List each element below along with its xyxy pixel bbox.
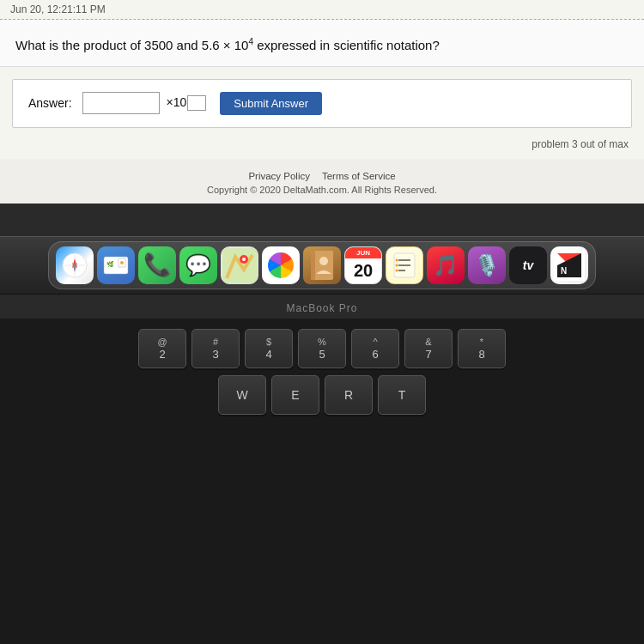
terms-of-service-link[interactable]: Terms of Service — [322, 171, 396, 181]
keyboard-area: @ 2 # 3 $ 4 % 5 ^ 6 & 7 * 8 W — [0, 319, 644, 415]
key-bottom-num: 6 — [372, 349, 378, 360]
dock-icon-tv[interactable]: tv — [509, 246, 547, 284]
problem-count: problem 3 out of max — [0, 135, 644, 159]
key-top-symbol: ^ — [373, 337, 377, 347]
svg-rect-13 — [311, 251, 315, 280]
calendar-date: 20 — [354, 258, 373, 283]
dock-icon-reminders[interactable] — [386, 246, 423, 284]
key-letter-w: W — [236, 388, 247, 402]
key-bottom-num: 8 — [478, 349, 484, 360]
key-e[interactable]: E — [271, 375, 319, 415]
dock-icon-messages[interactable]: 💬 — [179, 246, 217, 284]
keyboard-row-numbers: @ 2 # 3 $ 4 % 5 ^ 6 & 7 * 8 — [17, 329, 627, 368]
key-bottom-num: 5 — [319, 349, 325, 360]
submit-answer-button[interactable]: Submit Answer — [220, 92, 322, 115]
times-label-text: ×10 — [167, 95, 187, 109]
dock-icon-calendar[interactable]: JUN 20 — [344, 246, 382, 284]
key-bottom-num: 3 — [212, 349, 218, 360]
key-dollar-4[interactable]: $ 4 — [245, 329, 293, 368]
svg-text:🌿: 🌿 — [106, 260, 114, 268]
footer-links: Privacy Policy Terms of Service — [0, 171, 644, 181]
svg-point-11 — [242, 258, 246, 261]
photos-ring-icon — [268, 252, 294, 278]
key-percent-5[interactable]: % 5 — [298, 329, 346, 368]
svg-point-14 — [319, 257, 328, 265]
key-top-symbol: $ — [266, 337, 271, 347]
keyboard-row-letters: W E R T — [17, 375, 627, 415]
calendar-month: JUN — [345, 247, 381, 258]
svg-point-21 — [396, 269, 398, 271]
dock-icon-news[interactable]: N — [550, 246, 588, 284]
dock-icon-mail[interactable]: 🌿 — [97, 246, 135, 284]
key-at-2[interactable]: @ 2 — [138, 329, 186, 368]
timestamp-bar: Jun 20, 12:21:11 PM — [0, 0, 644, 20]
key-letter-e: E — [291, 388, 299, 402]
key-top-symbol: % — [318, 337, 326, 347]
answer-input[interactable] — [82, 92, 160, 114]
key-top-symbol: * — [480, 337, 483, 347]
svg-text:N: N — [561, 266, 567, 276]
key-bottom-num: 2 — [159, 349, 165, 360]
key-top-symbol: @ — [157, 337, 167, 347]
svg-point-20 — [396, 264, 398, 266]
svg-point-8 — [120, 261, 124, 264]
website-area: Jun 20, 12:21:11 PM What is the product … — [0, 0, 644, 204]
key-r[interactable]: R — [325, 375, 373, 415]
privacy-policy-link[interactable]: Privacy Policy — [248, 171, 310, 181]
dock-icon-safari[interactable] — [56, 246, 94, 284]
timestamp: Jun 20, 12:21:11 PM — [10, 3, 106, 15]
dock-icon-music[interactable]: 🎵 — [427, 246, 465, 284]
key-letter-t: T — [398, 388, 406, 402]
times-ten-label: ×10 — [167, 95, 207, 111]
dark-background — [0, 204, 644, 236]
dock-icon-contacts[interactable] — [303, 246, 341, 284]
question-text-part2: expressed in scientific notation? — [253, 38, 440, 52]
key-top-symbol: # — [213, 337, 218, 347]
question-section: What is the product of 3500 and 5.6 × 10… — [0, 20, 644, 67]
key-t[interactable]: T — [378, 375, 426, 415]
dock-icon-podcasts[interactable]: 🎙️ — [468, 246, 506, 284]
dock-icon-photos[interactable] — [262, 246, 300, 284]
dock-icon-phone[interactable]: 📞 — [138, 246, 176, 284]
dock: 🌿 📞 💬 — [48, 241, 596, 289]
question-text: What is the product of 3500 and 5.6 × 10… — [15, 35, 629, 56]
key-caret-6[interactable]: ^ 6 — [351, 329, 399, 368]
macbook-label: MacBook Pro — [286, 302, 357, 314]
key-bottom-num: 4 — [265, 349, 271, 360]
macbook-label-area: MacBook Pro — [0, 295, 644, 319]
answer-label: Answer: — [28, 96, 72, 110]
key-bottom-num: 7 — [425, 349, 431, 360]
exponent-input-box[interactable] — [187, 95, 206, 111]
key-w[interactable]: W — [218, 375, 266, 415]
question-text-part1: What is the product of 3500 and 5.6 × 10 — [15, 38, 248, 52]
site-footer: Privacy Policy Terms of Service Copyrigh… — [0, 159, 644, 204]
footer-copyright: Copyright © 2020 DeltaMath.com. All Righ… — [0, 185, 644, 195]
key-top-symbol: & — [425, 337, 431, 347]
dock-area: 🌿 📞 💬 — [0, 236, 644, 295]
key-amp-7[interactable]: & 7 — [404, 329, 453, 368]
svg-point-19 — [396, 258, 398, 261]
answer-section: Answer: ×10 Submit Answer — [12, 79, 632, 128]
key-star-8[interactable]: * 8 — [458, 329, 506, 368]
key-letter-r: R — [344, 388, 353, 402]
answer-row: Answer: ×10 Submit Answer — [28, 92, 616, 115]
dock-icon-maps[interactable] — [221, 246, 258, 284]
key-hash-3[interactable]: # 3 — [191, 329, 240, 368]
